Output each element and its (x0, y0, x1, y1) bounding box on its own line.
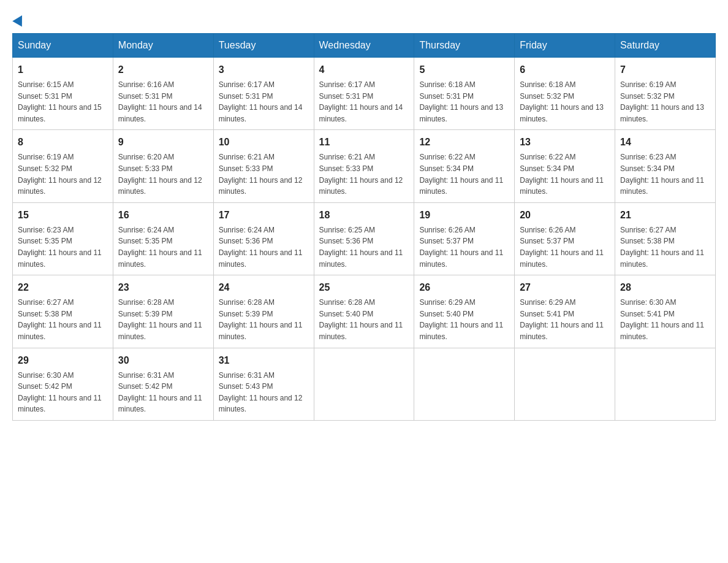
calendar-day-cell: 21Sunrise: 6:27 AMSunset: 5:38 PMDayligh… (615, 202, 716, 275)
calendar-day-cell: 3Sunrise: 6:17 AMSunset: 5:31 PMDaylight… (213, 58, 314, 130)
day-header-friday: Friday (515, 34, 615, 58)
day-number: 5 (419, 63, 509, 77)
day-number: 20 (520, 208, 610, 223)
day-info: Sunrise: 6:27 AMSunset: 5:38 PMDaylight:… (18, 297, 108, 342)
day-number: 17 (219, 208, 309, 223)
calendar-day-cell: 23Sunrise: 6:28 AMSunset: 5:39 PMDayligh… (113, 275, 213, 348)
day-number: 3 (219, 63, 309, 77)
empty-day-cell (314, 348, 414, 420)
day-number: 31 (219, 353, 309, 368)
calendar-day-cell: 12Sunrise: 6:22 AMSunset: 5:34 PMDayligh… (414, 130, 515, 202)
day-number: 14 (620, 135, 710, 150)
day-info: Sunrise: 6:25 AMSunset: 5:36 PMDaylight:… (319, 224, 409, 270)
day-number: 23 (118, 280, 208, 295)
calendar-day-cell: 27Sunrise: 6:29 AMSunset: 5:41 PMDayligh… (515, 275, 615, 348)
calendar-day-cell: 10Sunrise: 6:21 AMSunset: 5:33 PMDayligh… (213, 130, 314, 202)
day-number: 18 (319, 208, 409, 223)
day-info: Sunrise: 6:18 AMSunset: 5:32 PMDaylight:… (520, 79, 610, 124)
day-number: 15 (18, 208, 108, 223)
day-info: Sunrise: 6:23 AMSunset: 5:34 PMDaylight:… (620, 151, 710, 197)
calendar-week-row: 29Sunrise: 6:30 AMSunset: 5:42 PMDayligh… (13, 348, 716, 420)
calendar-day-cell: 16Sunrise: 6:24 AMSunset: 5:35 PMDayligh… (113, 202, 213, 275)
day-header-wednesday: Wednesday (314, 34, 414, 58)
calendar-day-cell: 1Sunrise: 6:15 AMSunset: 5:31 PMDaylight… (13, 58, 113, 130)
day-info: Sunrise: 6:26 AMSunset: 5:37 PMDaylight:… (520, 224, 610, 270)
calendar-day-cell: 26Sunrise: 6:29 AMSunset: 5:40 PMDayligh… (414, 275, 515, 348)
day-info: Sunrise: 6:22 AMSunset: 5:34 PMDaylight:… (520, 151, 610, 197)
calendar-table: SundayMondayTuesdayWednesdayThursdayFrid… (12, 33, 716, 421)
day-number: 25 (319, 280, 409, 295)
calendar-week-row: 8Sunrise: 6:19 AMSunset: 5:32 PMDaylight… (13, 130, 716, 202)
calendar-day-cell: 19Sunrise: 6:26 AMSunset: 5:37 PMDayligh… (414, 202, 515, 275)
calendar-day-cell: 4Sunrise: 6:17 AMSunset: 5:31 PMDaylight… (314, 58, 414, 130)
calendar-week-row: 1Sunrise: 6:15 AMSunset: 5:31 PMDaylight… (13, 58, 716, 130)
calendar-day-cell: 2Sunrise: 6:16 AMSunset: 5:31 PMDaylight… (113, 58, 213, 130)
day-header-saturday: Saturday (615, 34, 716, 58)
day-number: 9 (118, 135, 208, 150)
day-number: 26 (419, 280, 509, 295)
page-header (12, 12, 716, 21)
day-info: Sunrise: 6:20 AMSunset: 5:33 PMDaylight:… (118, 151, 208, 197)
day-info: Sunrise: 6:23 AMSunset: 5:35 PMDaylight:… (18, 224, 108, 270)
day-info: Sunrise: 6:30 AMSunset: 5:42 PMDaylight:… (18, 370, 108, 415)
day-number: 1 (18, 63, 108, 77)
calendar-day-cell: 22Sunrise: 6:27 AMSunset: 5:38 PMDayligh… (13, 275, 113, 348)
day-info: Sunrise: 6:27 AMSunset: 5:38 PMDaylight:… (620, 224, 710, 270)
calendar-day-cell: 29Sunrise: 6:30 AMSunset: 5:42 PMDayligh… (13, 348, 113, 420)
calendar-day-cell: 17Sunrise: 6:24 AMSunset: 5:36 PMDayligh… (213, 202, 314, 275)
day-info: Sunrise: 6:18 AMSunset: 5:31 PMDaylight:… (419, 79, 509, 124)
day-number: 16 (118, 208, 208, 223)
day-header-thursday: Thursday (414, 34, 515, 58)
calendar-day-cell: 11Sunrise: 6:21 AMSunset: 5:33 PMDayligh… (314, 130, 414, 202)
calendar-day-cell: 9Sunrise: 6:20 AMSunset: 5:33 PMDaylight… (113, 130, 213, 202)
calendar-day-cell: 31Sunrise: 6:31 AMSunset: 5:43 PMDayligh… (213, 348, 314, 420)
day-header-sunday: Sunday (13, 34, 113, 58)
day-info: Sunrise: 6:31 AMSunset: 5:42 PMDaylight:… (118, 370, 208, 415)
day-number: 24 (219, 280, 309, 295)
day-number: 22 (18, 280, 108, 295)
calendar-day-cell: 20Sunrise: 6:26 AMSunset: 5:37 PMDayligh… (515, 202, 615, 275)
day-number: 27 (520, 280, 610, 295)
day-info: Sunrise: 6:21 AMSunset: 5:33 PMDaylight:… (319, 151, 409, 197)
calendar-day-cell: 25Sunrise: 6:28 AMSunset: 5:40 PMDayligh… (314, 275, 414, 348)
day-info: Sunrise: 6:31 AMSunset: 5:43 PMDaylight:… (219, 370, 309, 415)
day-number: 13 (520, 135, 610, 150)
day-info: Sunrise: 6:28 AMSunset: 5:39 PMDaylight:… (118, 297, 208, 342)
calendar-day-cell: 5Sunrise: 6:18 AMSunset: 5:31 PMDaylight… (414, 58, 515, 130)
day-info: Sunrise: 6:26 AMSunset: 5:37 PMDaylight:… (419, 224, 509, 270)
day-info: Sunrise: 6:15 AMSunset: 5:31 PMDaylight:… (18, 79, 108, 124)
day-number: 19 (419, 208, 509, 223)
day-number: 7 (620, 63, 710, 77)
calendar-week-row: 22Sunrise: 6:27 AMSunset: 5:38 PMDayligh… (13, 275, 716, 348)
calendar-day-cell: 7Sunrise: 6:19 AMSunset: 5:32 PMDaylight… (615, 58, 716, 130)
calendar-day-cell: 13Sunrise: 6:22 AMSunset: 5:34 PMDayligh… (515, 130, 615, 202)
day-info: Sunrise: 6:16 AMSunset: 5:31 PMDaylight:… (118, 79, 208, 124)
calendar-day-cell: 8Sunrise: 6:19 AMSunset: 5:32 PMDaylight… (13, 130, 113, 202)
calendar-day-cell: 24Sunrise: 6:28 AMSunset: 5:39 PMDayligh… (213, 275, 314, 348)
empty-day-cell (515, 348, 615, 420)
calendar-day-cell: 15Sunrise: 6:23 AMSunset: 5:35 PMDayligh… (13, 202, 113, 275)
day-info: Sunrise: 6:19 AMSunset: 5:32 PMDaylight:… (620, 79, 710, 124)
day-info: Sunrise: 6:24 AMSunset: 5:36 PMDaylight:… (219, 224, 309, 270)
day-number: 21 (620, 208, 710, 223)
day-info: Sunrise: 6:22 AMSunset: 5:34 PMDaylight:… (419, 151, 509, 197)
day-number: 10 (219, 135, 309, 150)
calendar-day-cell: 28Sunrise: 6:30 AMSunset: 5:41 PMDayligh… (615, 275, 716, 348)
day-info: Sunrise: 6:29 AMSunset: 5:40 PMDaylight:… (419, 297, 509, 342)
day-info: Sunrise: 6:17 AMSunset: 5:31 PMDaylight:… (219, 79, 309, 124)
day-number: 8 (18, 135, 108, 150)
day-number: 6 (520, 63, 610, 77)
calendar-day-cell: 14Sunrise: 6:23 AMSunset: 5:34 PMDayligh… (615, 130, 716, 202)
day-number: 12 (419, 135, 509, 150)
day-number: 11 (319, 135, 409, 150)
calendar-week-row: 15Sunrise: 6:23 AMSunset: 5:35 PMDayligh… (13, 202, 716, 275)
day-number: 4 (319, 63, 409, 77)
day-info: Sunrise: 6:21 AMSunset: 5:33 PMDaylight:… (219, 151, 309, 197)
day-number: 2 (118, 63, 208, 77)
calendar-day-cell: 6Sunrise: 6:18 AMSunset: 5:32 PMDaylight… (515, 58, 615, 130)
day-info: Sunrise: 6:19 AMSunset: 5:32 PMDaylight:… (18, 151, 108, 197)
logo (12, 12, 25, 21)
day-info: Sunrise: 6:28 AMSunset: 5:40 PMDaylight:… (319, 297, 409, 342)
day-number: 29 (18, 353, 108, 368)
day-header-monday: Monday (113, 34, 213, 58)
